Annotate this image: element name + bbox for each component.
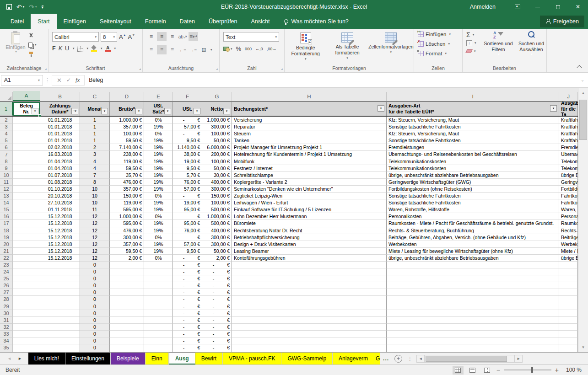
table-header-i[interactable]: Ausgaben-Art für die Tabelle EÜR*▾ xyxy=(387,102,559,116)
sheet-tab-beispiele[interactable]: Beispiele xyxy=(111,353,146,364)
bold-button[interactable]: F xyxy=(52,45,56,52)
conditional-formatting-button[interactable]: Bedingte Formatierung▾ xyxy=(285,30,326,61)
sort-filter-button[interactable]: AZ Sortieren und Filtern▾ xyxy=(483,30,514,57)
maximize-button[interactable] xyxy=(548,0,568,14)
sheet-tab-lies-mich[interactable]: Lies mich! xyxy=(28,353,65,364)
horizontal-scrollbar[interactable]: ◄ ► xyxy=(416,355,523,363)
column-header-d[interactable]: D xyxy=(110,92,144,101)
borders-icon[interactable] xyxy=(77,46,83,52)
new-sheet-icon[interactable]: + xyxy=(394,355,402,363)
row-header-35[interactable]: 35 xyxy=(0,344,13,351)
ribbon-tab-formeln[interactable]: Formeln xyxy=(138,14,173,29)
row-header-22[interactable]: 22 xyxy=(0,255,13,262)
page-layout-view-button[interactable] xyxy=(467,366,478,375)
table-header-d[interactable]: Brutto*▾ xyxy=(110,102,144,116)
font-name-select[interactable]: Calibri▾ xyxy=(52,32,99,42)
column-header-a[interactable]: A xyxy=(13,91,40,101)
row-header-14[interactable]: 14 xyxy=(0,199,13,206)
filter-icon-a[interactable]: ▾ xyxy=(32,108,38,114)
page-break-view-button[interactable] xyxy=(482,366,493,375)
font-color-icon[interactable]: A xyxy=(105,46,111,52)
filter-icon-e[interactable]: ▾ xyxy=(164,108,171,114)
cancel-icon[interactable]: ✕ xyxy=(57,77,62,84)
minimize-button[interactable] xyxy=(528,0,548,14)
find-select-button[interactable]: Suchen und Auswählen▾ xyxy=(516,30,547,57)
sheet-tab-einn[interactable]: Einn xyxy=(146,353,169,364)
share-button[interactable]: Freigeben xyxy=(540,16,584,27)
table-header-e[interactable]: USt. Satz*▾ xyxy=(144,102,173,116)
zoom-out-icon[interactable]: − xyxy=(496,366,500,374)
delete-cells-button[interactable]: Löschen▾ xyxy=(418,40,462,48)
table-header-a[interactable]: Beleg Nr.▾ xyxy=(13,102,40,116)
ribbon-tab-datei[interactable]: Datei xyxy=(4,14,31,29)
filter-icon-h[interactable]: ▾ xyxy=(378,105,384,112)
row-header-2[interactable]: 2 xyxy=(0,117,13,123)
row-header-20[interactable]: 20 xyxy=(0,241,13,248)
increase-decimal-icon[interactable]: ←,0 xyxy=(255,47,263,51)
row-header-5[interactable]: 5 xyxy=(0,137,13,144)
ribbon-tab-einfgen[interactable]: Einfügen xyxy=(57,14,93,29)
column-header-i[interactable]: I xyxy=(387,92,559,101)
insert-function-icon[interactable]: fx xyxy=(76,76,80,84)
grid-body[interactable]: 1Beleg Nr.▾Zahlungs Datum*↑▾Monat▾Brutto… xyxy=(0,102,578,352)
row-header-24[interactable]: 24 xyxy=(0,268,13,275)
row-header-6[interactable]: 6 xyxy=(0,144,13,151)
row-header-19[interactable]: 19 xyxy=(0,234,13,241)
ribbon-tab-seitenlayout[interactable]: Seitenlayout xyxy=(93,14,138,29)
horizontal-scroll-thumb[interactable] xyxy=(426,356,507,362)
number-format-select[interactable]: Text▾ xyxy=(223,32,279,42)
filter-icon-i[interactable]: ▾ xyxy=(550,105,557,112)
row-header-18[interactable]: 18 xyxy=(0,227,13,234)
italic-button[interactable]: K xyxy=(59,45,62,52)
row-header-17[interactable]: 17 xyxy=(0,220,13,227)
cell-styles-button[interactable]: Zellenformatvorlagen▾ xyxy=(368,30,414,61)
align-left-icon[interactable]: ≡ xyxy=(146,45,156,54)
column-header-e[interactable]: E xyxy=(144,92,173,101)
filter-icon-g[interactable]: ▾ xyxy=(223,108,230,114)
ribbon-tab-berprfen[interactable]: Überprüfen xyxy=(202,14,244,29)
table-header-c[interactable]: Monat▾ xyxy=(80,102,110,116)
sheet-tab-[interactable]: ... xyxy=(380,353,392,364)
merge-center-icon[interactable]: ⊞ xyxy=(199,45,209,54)
scroll-left-icon[interactable]: ◄ xyxy=(416,355,425,363)
row-header-8[interactable]: 8 xyxy=(0,158,13,165)
accounting-format-icon[interactable]: ▾ xyxy=(223,46,232,52)
clear-button[interactable]: ▾ xyxy=(466,48,476,54)
filter-icon-c[interactable]: ▾ xyxy=(101,108,108,114)
customize-quick-access-icon[interactable]: ▾ xyxy=(42,5,44,9)
table-header-f[interactable]: USt.▾ xyxy=(173,102,202,116)
save-icon[interactable] xyxy=(6,4,12,10)
ribbon-display-options-icon[interactable] xyxy=(507,0,528,14)
close-button[interactable]: × xyxy=(568,0,588,14)
row-header-25[interactable]: 25 xyxy=(0,275,13,282)
table-header-j[interactable]: Ausgabe für die Ta xyxy=(559,102,578,116)
row-header-31[interactable]: 31 xyxy=(0,317,13,324)
sheet-tab-gwg-sammelp[interactable]: GWG-Sammelp xyxy=(281,353,333,364)
collapse-ribbon-icon[interactable] xyxy=(577,64,582,69)
decrease-font-icon[interactable]: A▼ xyxy=(128,33,135,40)
increase-indent-icon[interactable]: →≡ xyxy=(189,45,198,54)
row-header-32[interactable]: 32 xyxy=(0,324,13,331)
format-as-table-button[interactable]: Als Tabelle formatieren▾ xyxy=(327,30,367,61)
scroll-down-icon[interactable]: ▼ xyxy=(578,343,588,352)
sheet-tab-g[interactable]: G xyxy=(374,353,380,364)
fill-color-icon[interactable] xyxy=(91,46,97,52)
enter-icon[interactable]: ✓ xyxy=(66,77,71,83)
row-header-30[interactable]: 30 xyxy=(0,310,13,317)
alignment-dialog-launcher-icon[interactable]: ⌟ xyxy=(216,66,218,70)
vertical-scrollbar[interactable]: ▲ ▼ xyxy=(578,88,588,352)
number-dialog-launcher-icon[interactable]: ⌟ xyxy=(281,66,283,70)
clipboard-dialog-launcher-icon[interactable]: ⌟ xyxy=(45,66,47,70)
row-header-3[interactable]: 3 xyxy=(0,123,13,130)
row-header-15[interactable]: 15 xyxy=(0,206,13,213)
align-bottom-icon[interactable]: ≡ xyxy=(167,32,177,41)
column-header-g[interactable]: G xyxy=(202,92,232,101)
undo-icon[interactable]: ↶▾ xyxy=(16,3,24,11)
row-header-16[interactable]: 16 xyxy=(0,213,13,220)
copy-button[interactable]: ▾ xyxy=(28,42,37,48)
align-center-icon[interactable]: ≡ xyxy=(157,45,167,54)
name-box[interactable]: A1▾ xyxy=(1,75,43,86)
insert-cells-button[interactable]: Einfügen▾ xyxy=(418,30,462,38)
sign-in-link[interactable]: Anmelden xyxy=(458,4,507,10)
expand-formula-bar-icon[interactable]: ⌄ xyxy=(577,78,588,82)
